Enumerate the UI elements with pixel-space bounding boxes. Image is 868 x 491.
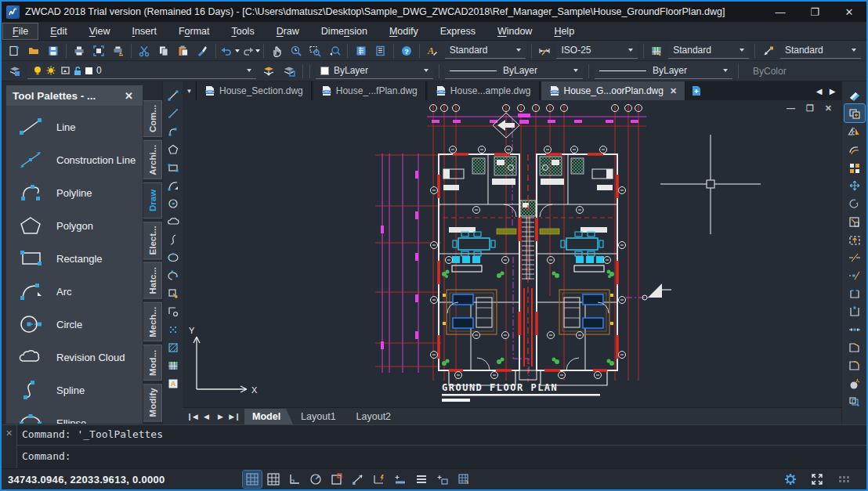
preview-button[interactable] <box>89 42 109 60</box>
arc-button[interactable] <box>164 176 183 194</box>
new-button[interactable] <box>5 42 24 60</box>
zoom-realtime-button[interactable] <box>286 42 306 60</box>
menu-tools[interactable]: Tools <box>222 23 263 39</box>
move-button[interactable] <box>844 176 865 194</box>
palette-tab-architectural[interactable]: Archi... <box>143 140 162 179</box>
cut-button[interactable] <box>135 42 154 60</box>
linetype-combo[interactable]: ByLayer <box>445 63 583 79</box>
settings-gear-button[interactable] <box>781 471 800 488</box>
command-input[interactable]: Command: <box>17 446 866 468</box>
lineweight-toggle[interactable] <box>391 471 410 488</box>
ellipse-button[interactable] <box>164 248 183 266</box>
circle-button[interactable] <box>164 194 183 212</box>
fillet-button[interactable] <box>844 356 865 374</box>
pan-button[interactable] <box>267 42 287 60</box>
extend-button[interactable] <box>844 266 865 284</box>
palette-tab-draw[interactable]: Draw <box>143 182 162 218</box>
otrack-toggle[interactable] <box>349 471 367 488</box>
polar-toggle[interactable] <box>306 471 325 488</box>
sheet-set-button[interactable] <box>371 42 390 60</box>
tab-layout1[interactable]: Layout1 <box>293 409 348 424</box>
tab-scroll-right[interactable]: ▶ <box>826 83 838 99</box>
snap-toggle[interactable] <box>243 471 262 488</box>
erase-button[interactable] <box>844 86 865 104</box>
palette-item-circle[interactable]: Circle <box>6 308 143 341</box>
close-button[interactable]: ✕ <box>832 2 866 22</box>
drawing-tab-house-sample[interactable]: DWG House...ample.dwg <box>428 81 540 100</box>
match-properties-button[interactable] <box>193 42 212 60</box>
palette-tab-command[interactable]: Com... <box>143 100 162 137</box>
doc-close-icon[interactable]: ✕ <box>825 103 832 114</box>
properties-button[interactable] <box>351 42 371 60</box>
break-at-point-button[interactable] <box>844 284 865 302</box>
fullscreen-button[interactable] <box>808 471 826 488</box>
open-button[interactable] <box>24 42 44 60</box>
undo-button[interactable] <box>219 42 240 60</box>
copy-button[interactable] <box>844 104 865 122</box>
dynamic-input-toggle[interactable] <box>370 471 389 488</box>
redo-button[interactable] <box>240 42 260 60</box>
ortho-toggle[interactable] <box>285 471 304 488</box>
color-combo[interactable]: ByLayer <box>316 63 433 79</box>
rotate-button[interactable] <box>844 194 865 212</box>
menu-help[interactable]: Help <box>544 23 584 39</box>
palette-tab-hatch[interactable]: Hatc... <box>143 262 162 299</box>
resize-grip[interactable] <box>839 476 849 482</box>
command-close-icon[interactable]: ✕ <box>5 428 13 439</box>
array-button[interactable] <box>844 158 865 176</box>
polyline-button[interactable] <box>164 122 183 140</box>
paste-button[interactable] <box>173 42 193 60</box>
tab-close-icon[interactable]: ✕ <box>670 86 677 96</box>
copy-clip-button[interactable] <box>154 42 174 60</box>
dim-style-combo[interactable]: ISO-25 <box>556 43 637 59</box>
plot-button[interactable] <box>70 42 89 60</box>
grid-toggle[interactable] <box>264 471 283 488</box>
floor-plan-drawing[interactable]: GROUND FLOOR PLAN Y X <box>183 100 841 407</box>
tab-layout2[interactable]: Layout2 <box>349 409 403 424</box>
menu-insert[interactable]: Insert <box>123 23 166 39</box>
transparency-toggle[interactable] <box>412 471 431 488</box>
palette-item-spline[interactable]: Spline <box>6 374 143 406</box>
layer-properties-button[interactable] <box>5 62 25 81</box>
menu-draw[interactable]: Draw <box>267 23 309 39</box>
zoom-window-button[interactable] <box>306 42 325 60</box>
drawing-canvas[interactable]: — ❐ ✕ <box>183 100 841 407</box>
palette-tab-modeling[interactable]: Mod... <box>143 345 162 381</box>
mirror-button[interactable] <box>844 122 865 140</box>
save-button[interactable] <box>43 42 63 60</box>
palette-close-icon[interactable]: ✕ <box>121 90 136 102</box>
menu-file[interactable]: File <box>3 23 38 39</box>
line-button[interactable] <box>164 86 183 104</box>
layout-nav-first[interactable]: ❙◀ <box>186 410 199 424</box>
scale-button[interactable] <box>844 212 865 230</box>
menu-format[interactable]: Format <box>169 23 219 39</box>
menu-modify[interactable]: Modify <box>380 23 428 39</box>
doc-restore-icon[interactable]: ❐ <box>806 103 814 114</box>
palette-tab-electrical[interactable]: Elect... <box>143 222 162 259</box>
point-button[interactable] <box>164 320 183 338</box>
polygon-button[interactable] <box>164 140 183 158</box>
palette-item-revision-cloud[interactable]: Revision Cloud <box>6 341 143 374</box>
help-button[interactable]: ? <box>396 42 416 60</box>
layout-nav-next[interactable]: ▶ <box>214 410 227 424</box>
tab-list-button[interactable]: ▼ <box>183 81 197 100</box>
drawing-tab-house-fplan[interactable]: DWG House_...fPlan.dwg <box>313 81 426 100</box>
palette-item-ellipse[interactable]: Ellipse <box>6 406 143 424</box>
zoom-previous-button[interactable] <box>325 42 345 60</box>
edit-block-button[interactable] <box>844 392 865 410</box>
tab-model[interactable]: Model <box>244 409 293 424</box>
palette-item-rectangle[interactable]: Rectangle <box>6 242 143 275</box>
insert-block-button[interactable] <box>164 284 183 302</box>
spline-button[interactable] <box>164 230 183 248</box>
lineweight-combo[interactable]: ByLayer <box>595 63 732 79</box>
break-button[interactable] <box>844 302 865 320</box>
doc-minimize-icon[interactable]: — <box>787 103 795 114</box>
table-button[interactable] <box>164 356 183 374</box>
menu-edit[interactable]: Edit <box>41 23 77 39</box>
minimize-button[interactable]: — <box>763 2 797 22</box>
table-style-combo[interactable]: Standard <box>668 43 749 59</box>
drawing-tab-house-groundfloorplan[interactable]: DWG House_G...oorPlan.dwg ✕ <box>541 81 686 100</box>
palette-tab-mechanical[interactable]: Mech... <box>143 302 162 341</box>
menu-window[interactable]: Window <box>488 23 541 39</box>
tab-scroll-left[interactable]: ◀ <box>813 83 825 99</box>
